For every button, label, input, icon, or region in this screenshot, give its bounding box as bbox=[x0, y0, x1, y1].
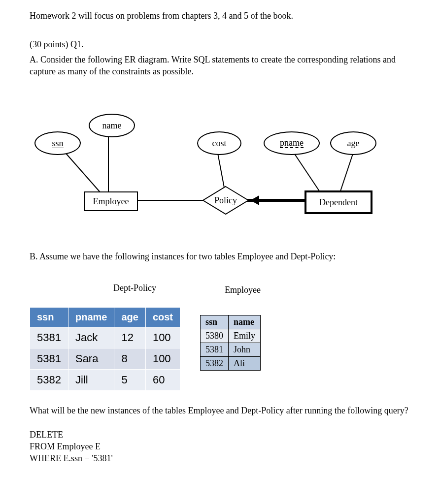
cell: 100 bbox=[145, 348, 180, 370]
cell: 5382 bbox=[201, 357, 229, 371]
q1-header: (30 points) Q1. bbox=[30, 38, 410, 50]
table-row: 5381 Jack 12 100 bbox=[30, 327, 180, 348]
cell: 5382 bbox=[30, 370, 68, 391]
attr-cost: cost bbox=[197, 131, 241, 155]
table-row: 5381 Sara 8 100 bbox=[30, 348, 180, 370]
attr-pname: pname bbox=[264, 131, 320, 155]
after-question: What will be the new instances of the ta… bbox=[30, 405, 410, 416]
cell: Emily bbox=[229, 329, 261, 343]
cell: John bbox=[229, 343, 261, 357]
sql-line: WHERE E.ssn = '5381' bbox=[30, 452, 410, 464]
attr-ssn: ssn bbox=[34, 131, 81, 155]
employee-block: Employee ssn name 5380 Emily 5381 John 5… bbox=[200, 285, 261, 371]
cell: 12 bbox=[114, 327, 145, 348]
sql-line: DELETE bbox=[30, 429, 410, 441]
entity-employee: Employee bbox=[84, 191, 138, 211]
part-a-text: A. Consider the following ER diagram. Wr… bbox=[30, 54, 410, 78]
dept-policy-block: Dept-Policy ssn pname age cost 5381 Jack… bbox=[30, 283, 180, 391]
intro-text: Homework 2 will focus on problems from c… bbox=[30, 10, 410, 22]
dept-h-age: age bbox=[114, 308, 145, 327]
emp-h-ssn: ssn bbox=[201, 315, 229, 329]
attr-cost-label: cost bbox=[212, 138, 227, 149]
entity-dependent: Dependent bbox=[305, 190, 372, 214]
table-row: 5380 Emily bbox=[201, 329, 261, 343]
relationship-policy-label: Policy bbox=[214, 195, 237, 206]
cell: 5381 bbox=[30, 327, 68, 348]
relationship-policy: Policy bbox=[202, 186, 249, 215]
entity-dependent-label: Dependent bbox=[319, 197, 358, 208]
tables-row: Dept-Policy ssn pname age cost 5381 Jack… bbox=[30, 283, 410, 391]
cell: Sara bbox=[68, 348, 114, 370]
attr-age: age bbox=[330, 131, 376, 155]
cell: 5381 bbox=[30, 348, 68, 370]
dept-h-pname: pname bbox=[68, 308, 114, 327]
cell: 5 bbox=[114, 370, 145, 391]
attr-age-label: age bbox=[347, 138, 360, 149]
attr-name-label: name bbox=[102, 121, 122, 131]
svg-marker-5 bbox=[250, 195, 259, 205]
employee-title: Employee bbox=[200, 285, 261, 295]
attr-name: name bbox=[89, 114, 135, 137]
attr-pname-label: pname bbox=[280, 138, 304, 148]
sql-query: DELETE FROM Employee E WHERE E.ssn = '53… bbox=[30, 429, 410, 465]
entity-employee-label: Employee bbox=[93, 196, 129, 207]
cell: 5381 bbox=[201, 343, 229, 357]
emp-h-name: name bbox=[229, 315, 261, 329]
cell: 100 bbox=[145, 327, 180, 348]
dept-h-ssn: ssn bbox=[30, 308, 68, 327]
dept-policy-table: ssn pname age cost 5381 Jack 12 100 5381… bbox=[30, 307, 180, 391]
table-row: 5381 John bbox=[201, 343, 261, 357]
table-row: 5382 Jill 5 60 bbox=[30, 370, 180, 391]
cell: 8 bbox=[114, 348, 145, 370]
cell: 60 bbox=[145, 370, 180, 391]
cell: Jill bbox=[68, 370, 114, 391]
table-row: 5382 Ali bbox=[201, 357, 261, 371]
cell: Ali bbox=[229, 357, 261, 371]
dept-h-cost: cost bbox=[145, 308, 180, 327]
attr-ssn-label: ssn bbox=[52, 139, 63, 148]
cell: 5380 bbox=[201, 329, 229, 343]
sql-line: FROM Employee E bbox=[30, 441, 410, 452]
employee-table: ssn name 5380 Emily 5381 John 5382 Ali bbox=[200, 315, 261, 371]
er-diagram: ssn name cost pname age Employee Policy … bbox=[30, 109, 404, 237]
dept-policy-title: Dept-Policy bbox=[30, 283, 180, 293]
cell: Jack bbox=[68, 327, 114, 348]
part-b-text: B. Assume we have the following instance… bbox=[30, 251, 410, 262]
